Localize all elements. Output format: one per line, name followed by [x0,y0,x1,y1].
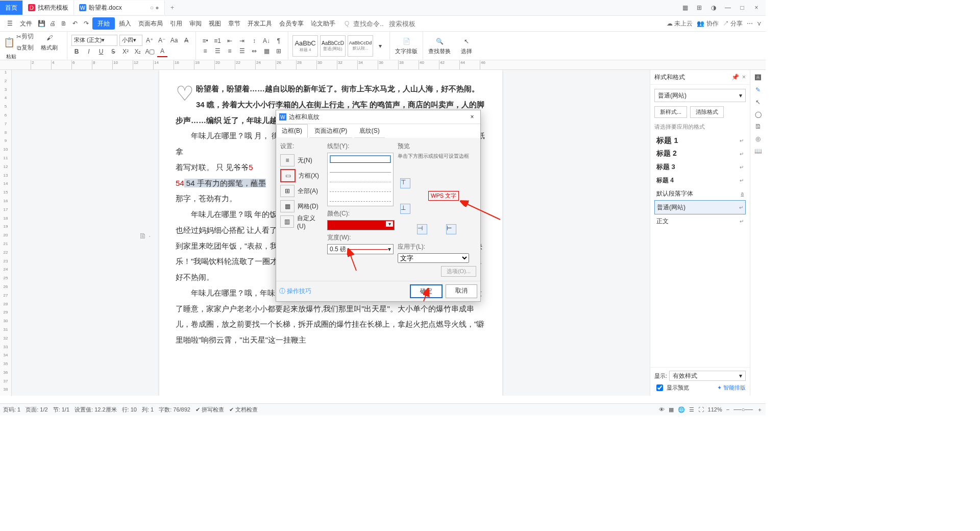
tab-new[interactable]: + [165,4,180,11]
status-page-no[interactable]: 页码: 1 [3,406,20,414]
menu-section[interactable]: 章节 [225,17,243,30]
style-more-icon[interactable]: ▾ [375,41,385,51]
undo-icon[interactable]: ↶ [70,18,80,29]
status-spell[interactable]: ✔ 拼写检查 [195,406,224,414]
command-search[interactable]: Q [345,19,421,28]
view-print-icon[interactable]: ▦ [669,406,674,413]
clear-format-icon[interactable]: A̶ [181,35,191,45]
font-select[interactable]: 宋体 (正文) ▾ [71,35,117,46]
border-left-button[interactable]: ⊣ [417,224,427,234]
style-3[interactable]: AaBbCcDd默认段... [348,35,373,57]
share-button[interactable]: ↗ 分享 [723,19,743,28]
style-h2[interactable]: 标题 2↵ [654,147,746,160]
highlight-icon[interactable]: A▢ [145,46,155,57]
rail-book-icon[interactable]: 📖 [754,148,762,155]
status-page[interactable]: 页面: 1/2 [26,406,47,414]
zoom-out-icon[interactable]: − [726,406,729,413]
fit-icon[interactable]: ⛶ [698,406,704,413]
menu-view[interactable]: 视图 [206,17,224,30]
file-menu[interactable]: 文件 [17,17,35,30]
paste-icon[interactable]: 📋 [4,37,14,47]
style-h4[interactable]: 标题 4↵ [654,174,746,187]
line-type-list[interactable] [327,153,394,206]
layout-icon[interactable]: ▦ [680,4,690,11]
rail-shape-icon[interactable]: ◯ [755,111,762,118]
status-words[interactable]: 字数: 76/892 [159,406,190,414]
tab-home[interactable]: 首页 [0,1,23,15]
template-search-input[interactable] [388,19,421,28]
ok-button[interactable]: 确定 [410,284,443,298]
tab-shading[interactable]: 底纹(S) [354,125,385,138]
redo-icon[interactable]: ↷ [81,18,91,29]
case-icon[interactable]: Aa [169,35,179,45]
apps-icon[interactable]: ⊞ [694,4,704,11]
close-button[interactable]: × [751,4,762,11]
opt-custom[interactable]: ▥自定义(U) [280,214,323,229]
rail-style-icon[interactable]: 🅰 [755,74,761,81]
status-doccheck[interactable]: ✔ 文档检查 [229,406,258,414]
rail-image-icon[interactable]: 🖻 [755,123,761,130]
strike-icon[interactable]: S̶ [108,46,118,57]
style-default-font[interactable]: 默认段落字体a [654,187,746,200]
bullets-icon[interactable]: ≡• [200,36,210,46]
zoom-value[interactable]: 112% [708,406,722,413]
distribute-icon[interactable]: ⇔ [249,46,259,56]
menu-paper[interactable]: 论文助手 [308,17,338,30]
size-select[interactable]: 小四 ▾ [119,35,142,46]
text-layout[interactable]: 📄文字排版 [390,32,423,60]
maximize-button[interactable]: □ [737,4,747,11]
menu-ref[interactable]: 引用 [167,17,185,30]
marks-icon[interactable]: ¶ [274,36,284,46]
rail-select-icon[interactable]: ↖ [755,99,761,106]
bold-icon[interactable]: B [71,46,82,57]
style-2[interactable]: AaBbCcD普通(网站) [320,35,346,57]
hamburger-icon[interactable]: ☰ [4,17,16,30]
border-icon[interactable]: ⊞ [274,46,284,56]
ruler-vertical[interactable]: 1234567891011121314151617181920212223242… [0,70,12,396]
view-read-icon[interactable]: 👁 [659,406,665,413]
indent-dec-icon[interactable]: ⇤ [225,36,235,46]
cut-button[interactable]: ✂ 剪切 [16,32,34,42]
chevron-down-icon[interactable]: ⋎ [757,20,762,27]
view-outline-icon[interactable]: ☰ [689,406,694,413]
show-preview-check[interactable] [656,384,663,391]
opt-grid[interactable]: ▦网格(D) [280,199,323,214]
border-bottom-button[interactable]: ⊥ [400,204,410,214]
smart-layout-link[interactable]: ✦ 智能排版 [717,384,746,392]
opt-none[interactable]: ≡无(N) [280,153,323,168]
underline-icon[interactable]: U [96,46,106,57]
align-right-icon[interactable]: ≡ [225,46,235,56]
panel-close-icon[interactable]: × [742,74,746,81]
copy-button[interactable]: ⧉ 复制 [16,43,34,53]
avatar-icon[interactable]: ◑ [708,4,719,11]
sort-icon[interactable]: A↓ [261,36,272,46]
border-right-button[interactable]: ⊢ [446,224,456,234]
rail-location-icon[interactable]: ◎ [755,135,761,142]
style-body[interactable]: 正文↵ [654,214,746,228]
print-icon[interactable]: 🖨 [47,18,58,29]
ruler-horizontal[interactable]: 2468101214161820222426283032343638404244… [0,60,766,70]
indent-inc-icon[interactable]: ⇥ [237,36,247,46]
status-line[interactable]: 行: 10 [122,406,137,414]
current-style-select[interactable]: 普通(网站)▾ [654,89,746,102]
status-setting[interactable]: 设置值: 12.2厘米 [75,406,117,414]
numbering-icon[interactable]: ≡1 [212,36,223,46]
view-web-icon[interactable]: 🌐 [678,406,685,413]
shrink-font-icon[interactable]: A⁻ [157,35,167,45]
style-h3[interactable]: 标题 3↵ [654,160,746,174]
color-select[interactable] [327,220,395,230]
style-normal-web[interactable]: 普通(网站)↵ [654,200,746,214]
opt-all[interactable]: ⊞全部(A) [280,183,323,199]
tab-border[interactable]: 边框(B) [276,124,308,138]
help-link[interactable]: ⓘ 操作技巧 [279,287,311,296]
apply-select[interactable]: 文字 [398,253,469,263]
width-select[interactable]: 0.5 磅 ▾ [327,244,394,254]
find-replace[interactable]: 🔍查找替换 [423,32,456,60]
collab-button[interactable]: 👥 协作 [697,19,718,28]
menu-dev[interactable]: 开发工具 [244,17,275,30]
zoom-slider[interactable]: ──○── [733,406,753,413]
cloud-status[interactable]: ☁ 未上云 [667,19,693,28]
style-h1[interactable]: 标题 1↵ [654,134,746,147]
cancel-button[interactable]: 取消 [446,284,477,298]
tab-templates[interactable]: D找稻壳模板 [23,1,74,15]
